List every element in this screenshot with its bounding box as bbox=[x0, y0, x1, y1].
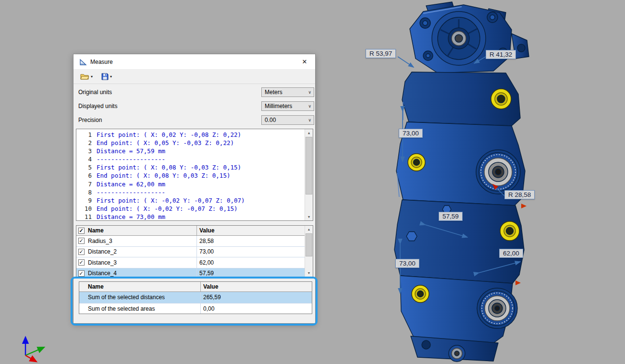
value-column-header: Value bbox=[196, 226, 313, 235]
log-line: 6End point: ( X: 0,08 Y: 0,03 Z: 0,15) bbox=[76, 171, 305, 180]
row-checkbox[interactable]: ✓ bbox=[78, 238, 85, 244]
scroll-up-icon[interactable]: ▲ bbox=[305, 129, 313, 136]
log-line: 7Distance = 62,00 mm bbox=[76, 180, 305, 188]
scroll-down-icon[interactable]: ▼ bbox=[305, 269, 313, 277]
cad-desktop: { "glyphs": { "check": "✓", "caret": "▾"… bbox=[0, 0, 625, 364]
dialog-title: Measure bbox=[90, 59, 113, 65]
log-lines: 1First point: ( X: 0,02 Y: -0,08 Z: 0,22… bbox=[76, 131, 305, 220]
original-units-value: Meters bbox=[265, 89, 282, 96]
scroll-down-icon[interactable]: ▼ bbox=[305, 213, 313, 220]
dim-label-distance-57[interactable]: 57,59 bbox=[439, 212, 463, 221]
dim-label-distance-73-bottom[interactable]: 73,00 bbox=[395, 259, 419, 268]
measure-log[interactable]: 1First point: ( X: 0,02 Y: -0,08 Z: 0,22… bbox=[76, 129, 313, 221]
log-line: 11Distance = 73,00 mm bbox=[76, 213, 305, 221]
original-units-select[interactable]: Meters ∨ bbox=[261, 87, 314, 97]
table-row-distance-4[interactable]: ✓ Distance_4 57,59 bbox=[76, 268, 313, 278]
log-line: 2End point: ( X: 0,05 Y: -0,03 Z: 0,22) bbox=[76, 139, 305, 147]
save-dropdown-caret[interactable]: ▾ bbox=[110, 74, 112, 79]
close-button[interactable]: ✕ bbox=[294, 54, 315, 69]
row-checkbox[interactable]: ✓ bbox=[78, 270, 85, 277]
displayed-units-select[interactable]: Millimeters ∨ bbox=[261, 101, 314, 111]
original-units-label: Original units bbox=[78, 89, 112, 96]
open-dropdown-caret[interactable]: ▾ bbox=[91, 74, 93, 79]
open-button[interactable]: ▾ bbox=[78, 72, 95, 81]
log-line: 10End point: ( X: -0,02 Y: -0,07 Z: 0,15… bbox=[76, 205, 305, 213]
log-line: 8------------------- bbox=[76, 188, 305, 196]
summary-table-header: Name Value bbox=[79, 282, 312, 292]
precision-select[interactable]: 0.00 ∨ bbox=[261, 115, 314, 125]
summary-table: Name Value Sum of the selected distances… bbox=[79, 281, 312, 314]
dialog-toolbar: ▾ ▾ bbox=[74, 70, 315, 84]
precision-value: 0.00 bbox=[265, 117, 276, 123]
measure-dialog: Measure ✕ ▾ ▾ Original units Meters ∨ Di… bbox=[73, 54, 316, 324]
axis-arrows bbox=[25, 338, 43, 361]
results-table: ✓ Name Value ✓ Radius_3 28,58 ✓ Distance… bbox=[76, 225, 313, 277]
row-checkbox[interactable]: ✓ bbox=[78, 249, 85, 255]
log-scroll-thumb[interactable] bbox=[306, 137, 312, 194]
chevron-down-icon: ∨ bbox=[308, 90, 311, 95]
dim-label-distance-62[interactable]: 62,00 bbox=[499, 249, 523, 258]
results-scrollbar[interactable]: ▲ ▼ bbox=[305, 226, 313, 277]
scroll-up-icon[interactable]: ▲ bbox=[305, 226, 313, 233]
select-all-checkbox[interactable]: ✓ bbox=[78, 228, 85, 234]
dim-label-radius-28[interactable]: R 28,58 bbox=[504, 190, 535, 199]
chevron-down-icon: ∨ bbox=[308, 118, 311, 122]
dim-label-distance-73-top[interactable]: 73,00 bbox=[399, 129, 423, 138]
dim-label-radius-53[interactable]: R 53,97 bbox=[366, 49, 396, 58]
log-line: 5First point: ( X: 0,08 Y: -0,03 Z: 0,15… bbox=[76, 163, 305, 171]
value-column-header: Value bbox=[200, 282, 312, 291]
log-line: 3Distance = 57,59 mm bbox=[76, 147, 305, 155]
measure-icon bbox=[79, 58, 87, 66]
table-row-distance-3[interactable]: ✓ Distance_3 62,00 bbox=[76, 257, 313, 268]
precision-label: Precision bbox=[78, 117, 102, 123]
name-column-header: Name bbox=[86, 227, 196, 234]
row-checkbox[interactable]: ✓ bbox=[78, 259, 85, 266]
results-table-header: ✓ Name Value bbox=[76, 226, 313, 236]
displayed-units-label: Displayed units bbox=[78, 103, 117, 109]
log-scrollbar[interactable]: ▲ ▼ bbox=[305, 129, 313, 220]
save-button[interactable]: ▾ bbox=[99, 72, 114, 81]
chevron-down-icon: ∨ bbox=[308, 104, 311, 109]
summary-row-areas[interactable]: Sum of the selected areas 0,00 bbox=[79, 303, 312, 315]
log-line: 4------------------- bbox=[76, 155, 305, 163]
log-line: 9First point: ( X: -0,02 Y: -0,07 Z: 0,0… bbox=[76, 196, 305, 205]
save-floppy-icon bbox=[101, 73, 109, 80]
name-column-header: Name bbox=[86, 283, 200, 290]
dialog-titlebar[interactable]: Measure ✕ bbox=[74, 54, 315, 70]
log-line: 1First point: ( X: 0,02 Y: -0,08 Z: 0,22… bbox=[76, 131, 305, 139]
table-row-distance-2[interactable]: ✓ Distance_2 73,00 bbox=[76, 247, 313, 258]
results-scroll-thumb[interactable] bbox=[306, 233, 312, 256]
table-row-radius-3[interactable]: ✓ Radius_3 28,58 bbox=[76, 236, 313, 247]
open-folder-icon bbox=[80, 73, 89, 80]
dim-label-radius-41[interactable]: R 41,32 bbox=[486, 50, 516, 59]
displayed-units-value: Millimeters bbox=[265, 103, 292, 109]
summary-row-distances[interactable]: Sum of the selected distances 265,59 bbox=[79, 292, 312, 303]
axis-triad[interactable] bbox=[17, 334, 51, 363]
